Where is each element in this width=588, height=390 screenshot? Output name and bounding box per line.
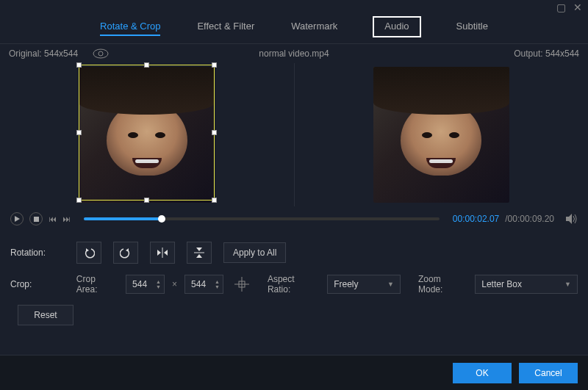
svg-point-0 bbox=[93, 49, 108, 58]
stop-button[interactable] bbox=[29, 212, 43, 225]
close-icon[interactable]: ✕ bbox=[573, 1, 582, 13]
playback-controls: ⏮ ⏭ 00:00:02.07/00:00:09.20 bbox=[0, 206, 588, 231]
chevron-up-icon[interactable]: ▲ bbox=[156, 279, 161, 284]
apply-to-all-button[interactable]: Apply to All bbox=[223, 242, 286, 263]
crop-handle[interactable] bbox=[76, 62, 82, 68]
preview-toggle-icon[interactable] bbox=[93, 48, 109, 59]
rotation-label: Rotation: bbox=[10, 248, 69, 258]
svg-marker-6 bbox=[126, 248, 129, 252]
flip-horizontal-button[interactable] bbox=[150, 242, 175, 264]
output-preview bbox=[295, 63, 589, 206]
crop-handle[interactable] bbox=[212, 62, 217, 68]
tab-subtitle[interactable]: Subtitle bbox=[456, 18, 488, 36]
tab-rotate-crop[interactable]: Rotate & Crop bbox=[100, 18, 160, 36]
zoom-mode-label: Zoom Mode: bbox=[418, 274, 467, 295]
crop-handle[interactable] bbox=[144, 198, 149, 203]
next-frame-button[interactable]: ⏭ bbox=[62, 214, 71, 223]
crop-handle[interactable] bbox=[76, 130, 82, 135]
svg-marker-12 bbox=[196, 254, 202, 258]
time-total: /00:00:09.20 bbox=[505, 214, 554, 224]
filename-label: normal video.mp4 bbox=[259, 48, 329, 59]
svg-point-1 bbox=[98, 51, 103, 56]
rotate-right-button[interactable] bbox=[113, 242, 138, 264]
original-label: Original: 544x544 bbox=[9, 48, 78, 59]
crop-height-input[interactable] bbox=[185, 279, 212, 289]
settings-panel: Rotation: Apply to All Crop: Crop Area: … bbox=[0, 231, 588, 346]
crop-handle[interactable] bbox=[76, 198, 82, 203]
ok-button[interactable]: OK bbox=[453, 363, 512, 383]
play-button[interactable] bbox=[10, 212, 24, 225]
tab-bar: Rotate & Crop Effect & Filter Watermark … bbox=[0, 15, 588, 44]
crop-handle[interactable] bbox=[144, 62, 149, 68]
chevron-down-icon: ▼ bbox=[564, 281, 571, 288]
multiply-symbol: × bbox=[172, 279, 177, 289]
svg-marker-5 bbox=[86, 248, 89, 252]
tab-audio[interactable]: Audio bbox=[374, 18, 419, 36]
zoom-mode-select[interactable]: Letter Box▼ bbox=[475, 275, 578, 294]
free-crop-icon[interactable] bbox=[231, 275, 253, 294]
volume-icon[interactable] bbox=[566, 214, 578, 224]
crop-width-input[interactable] bbox=[126, 279, 153, 289]
svg-marker-8 bbox=[157, 250, 161, 256]
chevron-down-icon[interactable]: ▼ bbox=[156, 284, 161, 289]
tab-watermark[interactable]: Watermark bbox=[291, 18, 337, 36]
timeline-slider[interactable] bbox=[84, 217, 440, 220]
svg-rect-3 bbox=[34, 217, 39, 222]
output-label: Output: 544x544 bbox=[514, 48, 579, 59]
bottom-bar: OK Cancel bbox=[0, 355, 588, 390]
crop-height-stepper[interactable]: ▲▼ bbox=[184, 275, 223, 294]
aspect-ratio-label: Aspect Ratio: bbox=[268, 274, 320, 295]
timeline-knob[interactable] bbox=[158, 215, 165, 223]
reset-button[interactable]: Reset bbox=[18, 305, 74, 325]
svg-marker-4 bbox=[566, 214, 572, 224]
flip-vertical-button[interactable] bbox=[187, 242, 212, 264]
crop-width-stepper[interactable]: ▲▼ bbox=[126, 275, 165, 294]
info-bar: Original: 544x544 normal video.mp4 Outpu… bbox=[0, 44, 588, 63]
svg-marker-11 bbox=[196, 248, 202, 251]
crop-handle[interactable] bbox=[212, 198, 217, 203]
rotate-left-button[interactable] bbox=[76, 242, 101, 264]
aspect-ratio-select[interactable]: Freely▼ bbox=[327, 275, 401, 294]
original-preview[interactable] bbox=[0, 63, 294, 206]
cancel-button[interactable]: Cancel bbox=[519, 363, 578, 383]
time-current: 00:00:02.07 bbox=[453, 214, 499, 224]
crop-area-label: Crop Area: bbox=[76, 274, 118, 295]
crop-label: Crop: bbox=[10, 279, 69, 289]
maximize-icon[interactable]: ▢ bbox=[556, 1, 566, 13]
tab-effect-filter[interactable]: Effect & Filter bbox=[197, 18, 254, 36]
svg-marker-2 bbox=[15, 216, 20, 222]
preview-area bbox=[0, 63, 588, 206]
svg-marker-9 bbox=[164, 250, 168, 256]
chevron-up-icon[interactable]: ▲ bbox=[215, 279, 220, 284]
prev-frame-button[interactable]: ⏮ bbox=[49, 214, 57, 223]
chevron-down-icon: ▼ bbox=[387, 281, 394, 288]
crop-handle[interactable] bbox=[212, 130, 217, 135]
output-image bbox=[373, 67, 509, 203]
chevron-down-icon[interactable]: ▼ bbox=[215, 284, 220, 289]
crop-selection[interactable] bbox=[79, 65, 215, 201]
